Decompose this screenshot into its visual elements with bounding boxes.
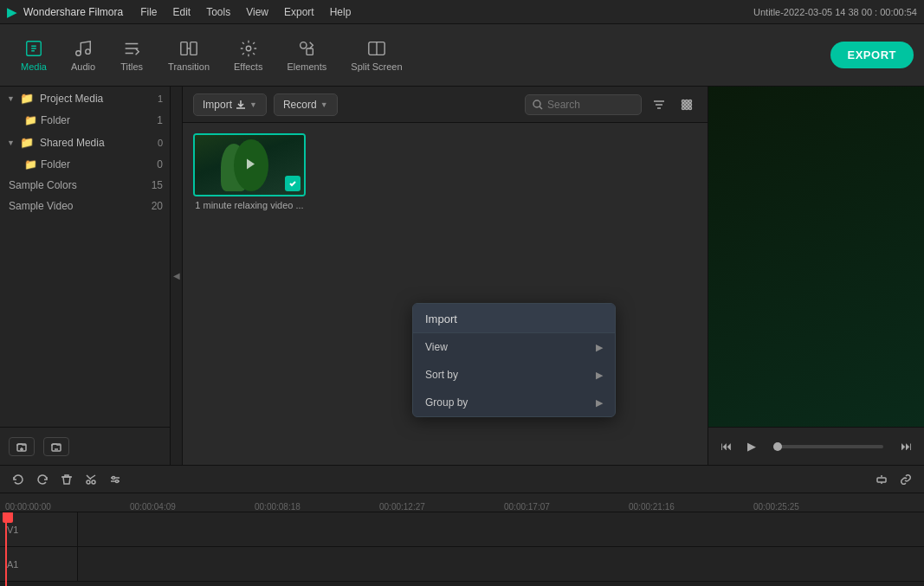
- skip-forward-button[interactable]: ⏭: [897, 436, 915, 456]
- sidebar: ▼ 📁 Project Media 1 📁 Folder 1 ▼ 📁 Share…: [0, 87, 171, 465]
- svg-point-16: [689, 103, 692, 106]
- search-input[interactable]: [547, 99, 634, 111]
- sidebar-sample-video-label: Sample Video: [9, 200, 152, 212]
- import-arrow-icon: ▼: [249, 100, 257, 109]
- app-name: Wondershare Filmora: [23, 6, 123, 18]
- preview-panel: ⏮ ▶ ⏭: [708, 87, 924, 465]
- svg-point-18: [686, 106, 688, 109]
- svg-rect-3: [181, 42, 187, 55]
- ruler-mark-6: 00:00:25:25: [753, 502, 799, 512]
- media-toolbar: Import ▼ Record ▼: [183, 87, 708, 123]
- sidebar-shared-media-count: 0: [158, 138, 163, 148]
- svg-rect-27: [877, 478, 886, 482]
- tool-titles[interactable]: Titles: [109, 34, 154, 77]
- file-name: Untitle-2022-03-05 14 38 00 : 00:00:54: [753, 7, 917, 17]
- svg-point-12: [686, 100, 688, 102]
- context-menu-sort-label: Sort by: [425, 369, 458, 381]
- menu-file[interactable]: File: [133, 4, 164, 20]
- context-menu-sort-by[interactable]: Sort by ▶: [413, 361, 615, 389]
- sidebar-project-media-header[interactable]: ▼ 📁 Project Media 1: [0, 87, 170, 110]
- sidebar-sample-video[interactable]: Sample Video 20: [0, 196, 170, 216]
- svg-point-2: [86, 48, 91, 53]
- chevron-left-icon: ◀: [173, 271, 180, 280]
- ruler-mark-2: 00:00:08:18: [255, 502, 300, 512]
- timeline-track-video: V1: [0, 512, 924, 547]
- sidebar-project-media-folder-label: Folder: [41, 114, 70, 126]
- tool-split-screen-label: Split Screen: [351, 61, 402, 72]
- menu-export[interactable]: Export: [277, 4, 321, 20]
- play-button[interactable]: ▶: [744, 436, 759, 456]
- view-options-button[interactable]: [676, 94, 697, 115]
- svg-point-26: [116, 480, 119, 482]
- remove-folder-button[interactable]: [43, 437, 69, 456]
- sidebar-shared-media-header[interactable]: ▼ 📁 Shared Media 0: [0, 131, 170, 154]
- svg-rect-4: [191, 42, 197, 55]
- tool-titles-label: Titles: [120, 61, 143, 72]
- chevron-right-icon: ▶: [596, 370, 603, 381]
- media-item-0[interactable]: 1 minute relaxing video ...: [193, 133, 306, 210]
- menu-edit[interactable]: Edit: [166, 4, 198, 20]
- filter-button[interactable]: [649, 94, 669, 115]
- sidebar-project-media-label: Project Media: [40, 93, 103, 105]
- timeline-cursor[interactable]: [5, 512, 7, 586]
- tool-split-screen[interactable]: Split Screen: [340, 34, 412, 77]
- record-arrow-icon: ▼: [320, 100, 328, 109]
- sidebar-sample-colors[interactable]: Sample Colors 15: [0, 175, 170, 196]
- svg-point-21: [87, 480, 90, 484]
- ruler-mark-3: 00:00:12:27: [379, 502, 425, 512]
- folder-icon: 📁: [20, 92, 34, 105]
- record-button[interactable]: Record ▼: [274, 93, 338, 116]
- context-menu-view[interactable]: View ▶: [413, 333, 615, 361]
- svg-point-1: [76, 50, 81, 55]
- sidebar-bottom-actions: [0, 427, 171, 465]
- media-thumb-image-0: [193, 133, 306, 196]
- svg-point-25: [113, 476, 115, 479]
- export-button[interactable]: EXPORT: [830, 42, 914, 68]
- add-folder-button[interactable]: [9, 437, 35, 456]
- record-label: Record: [283, 99, 317, 111]
- context-menu-group-by[interactable]: Group by ▶: [413, 389, 615, 416]
- toolbar: Media Audio Titles Transition Effects El…: [0, 24, 924, 87]
- import-button[interactable]: Import ▼: [193, 93, 267, 116]
- link-button[interactable]: [896, 470, 915, 489]
- settings-button[interactable]: [106, 470, 125, 489]
- redo-button[interactable]: [33, 470, 52, 489]
- preview-progress-handle: [773, 442, 782, 451]
- skip-back-button[interactable]: ⏮: [717, 436, 735, 456]
- play-overlay-icon: [241, 155, 258, 175]
- tool-media[interactable]: Media: [10, 34, 57, 77]
- ruler-mark-0: 00:00:00:00: [5, 502, 51, 512]
- menu-help[interactable]: Help: [323, 4, 359, 20]
- menu-bar: File Edit Tools View Export Help: [133, 4, 358, 20]
- sidebar-project-media-folder-count: 1: [157, 114, 163, 126]
- sidebar-sample-video-count: 20: [152, 200, 163, 212]
- menu-view[interactable]: View: [239, 4, 275, 20]
- folder-icon: 📁: [20, 136, 34, 149]
- preview-progress-bar[interactable]: [773, 445, 883, 448]
- tool-effects[interactable]: Effects: [223, 34, 273, 77]
- sidebar-sample-colors-count: 15: [152, 179, 163, 191]
- cut-button[interactable]: [81, 470, 100, 489]
- timeline-toolbar: [0, 466, 924, 493]
- sidebar-project-media-folder[interactable]: 📁 Folder 1: [0, 110, 170, 131]
- menu-tools[interactable]: Tools: [199, 4, 237, 20]
- tool-elements[interactable]: Elements: [276, 34, 337, 77]
- tool-audio[interactable]: Audio: [61, 34, 106, 77]
- tool-elements-label: Elements: [287, 61, 326, 72]
- search-box: [525, 94, 642, 115]
- timeline-ruler[interactable]: 00:00:00:00 00:00:04:09 00:00:08:18 00:0…: [0, 493, 924, 512]
- sidebar-shared-media-folder[interactable]: 📁 Folder 0: [0, 154, 170, 175]
- delete-button[interactable]: [57, 470, 76, 489]
- sidebar-collapse-handle[interactable]: ◀: [171, 87, 183, 465]
- sidebar-shared-media-folder-count: 0: [157, 158, 163, 171]
- folder-icon: 📁: [24, 114, 37, 126]
- svg-point-10: [533, 100, 540, 107]
- ruler-mark-4: 00:00:17:07: [504, 502, 550, 512]
- undo-button[interactable]: [9, 470, 28, 489]
- import-label: Import: [203, 99, 232, 111]
- sidebar-project-media-count: 1: [158, 93, 163, 104]
- svg-point-5: [246, 46, 251, 51]
- search-icon: [533, 100, 543, 110]
- tool-transition[interactable]: Transition: [158, 34, 220, 77]
- add-track-button[interactable]: [872, 470, 891, 489]
